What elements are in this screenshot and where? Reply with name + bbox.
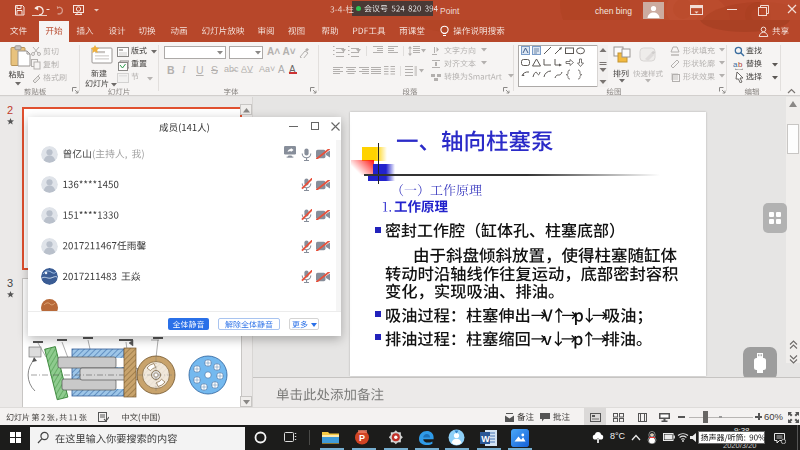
svg-text:P: P (359, 433, 365, 443)
svg-text:b: b (738, 60, 743, 69)
svg-text:W: W (481, 434, 490, 444)
